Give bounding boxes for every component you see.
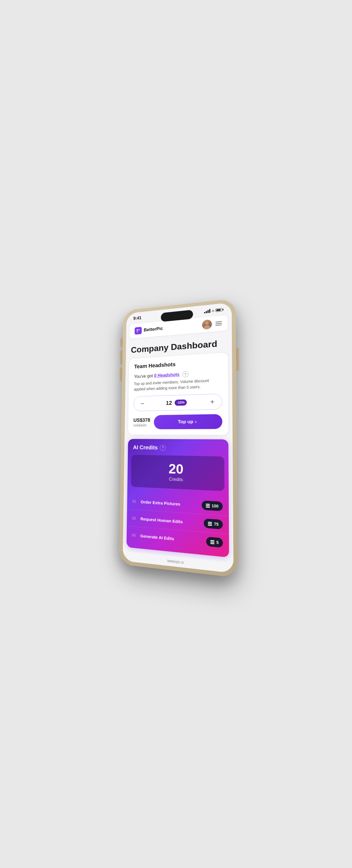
topup-label: Top up — [178, 419, 193, 425]
item-number: 02 — [132, 516, 137, 520]
item-cost-value: 100 — [211, 503, 218, 508]
wifi-icon: ⌾ — [212, 308, 214, 313]
svg-rect-2 — [136, 331, 138, 332]
ai-credits-title: AI Credits — [133, 444, 158, 451]
credits-item-left: 01 Order Extra Pictures — [132, 499, 180, 506]
battery-icon — [215, 308, 223, 312]
topup-button[interactable]: Top up › — [154, 414, 222, 429]
quantity-decrease-button[interactable]: − — [138, 399, 147, 408]
logo-icon — [134, 327, 142, 335]
price-original: US$420 — [133, 423, 150, 428]
price-area: US$378 US$420 — [133, 417, 150, 427]
phone-frame: 9:41 ⌾ — [119, 298, 238, 578]
signal-icon — [204, 309, 210, 313]
credits-item-left: 03 Generate AI Edits — [132, 532, 174, 541]
quantity-selector: − 12 -10% + — [133, 394, 222, 411]
item-cost: 5 — [206, 537, 223, 548]
item-cost-value: 75 — [214, 522, 219, 527]
credits-item-left: 02 Request Human Edits — [132, 516, 183, 524]
vol-up-button[interactable] — [120, 338, 123, 346]
headshots-info: You've got 0 Headshots ? Top up and invi… — [134, 369, 222, 393]
status-time: 9:41 — [133, 316, 141, 321]
item-cost: 100 — [201, 500, 222, 511]
ai-credits-card: AI Credits ? 20 Credits 01 Order Extra P… — [127, 439, 229, 557]
ai-credits-help-icon[interactable]: ? — [160, 445, 166, 451]
credits-display: 20 Credits — [131, 455, 224, 491]
price-row: US$378 US$420 Top up › — [133, 414, 222, 429]
power-button[interactable] — [236, 348, 239, 371]
item-name: Order Extra Pictures — [140, 499, 180, 506]
topup-arrow: › — [195, 419, 196, 425]
hamburger-menu-icon[interactable] — [215, 321, 222, 326]
price-current: US$378 — [133, 417, 150, 423]
phone-screen: 9:41 ⌾ — [123, 302, 233, 573]
quantity-increase-button[interactable]: + — [207, 397, 217, 407]
item-number: 01 — [132, 499, 137, 503]
stack-icon — [205, 503, 210, 508]
mute-button[interactable] — [119, 367, 122, 381]
headshots-prefix: You've got — [134, 373, 154, 379]
item-cost: 75 — [204, 519, 223, 529]
logo-text: BetterPic — [144, 326, 163, 333]
avatar[interactable] — [202, 319, 212, 330]
logo-area: BetterPic — [134, 325, 163, 335]
svg-rect-1 — [138, 329, 140, 330]
page-title: Company Dashboard — [131, 338, 226, 355]
team-headshots-card: Team Headshots You've got 0 Headshots ? … — [128, 352, 228, 435]
item-name: Request Human Edits — [140, 516, 183, 524]
item-name: Generate AI Edits — [140, 533, 174, 541]
svg-rect-0 — [136, 329, 138, 331]
stack-icon — [210, 540, 215, 544]
vol-down-button[interactable] — [120, 350, 122, 364]
item-cost-value: 5 — [216, 540, 219, 545]
phone-wrapper: 9:41 ⌾ — [118, 301, 234, 567]
team-headshots-title: Team Headshots — [134, 359, 222, 370]
headshots-description: Top up and invite members. Volume discou… — [134, 377, 222, 392]
nav-right — [202, 318, 222, 330]
discount-badge: -10% — [174, 399, 187, 406]
screen-content: BetterPic Company Dashboard — [123, 312, 233, 573]
item-number: 03 — [132, 533, 137, 537]
credits-number: 20 — [137, 461, 217, 477]
quantity-value: 12 — [166, 400, 172, 406]
ai-credits-header: AI Credits ? — [128, 439, 228, 456]
headshots-count[interactable]: 0 Headshots — [154, 372, 180, 378]
stack-icon — [208, 522, 212, 526]
domain-text: betterpic.io — [167, 559, 184, 565]
quantity-center: 12 -10% — [166, 399, 187, 406]
credits-items-list: 01 Order Extra Pictures 100 — [127, 491, 229, 557]
headshots-help-icon[interactable]: ? — [182, 371, 188, 377]
status-icons: ⌾ — [204, 307, 223, 314]
